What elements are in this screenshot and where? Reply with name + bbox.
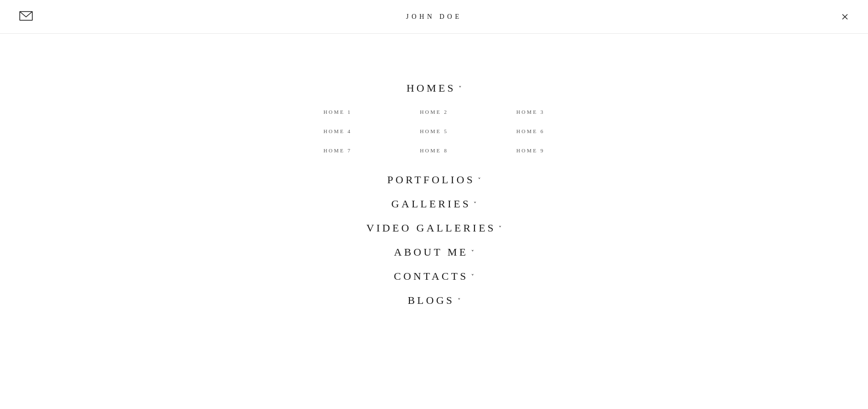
site-logo: JOHN DOE	[406, 13, 462, 21]
blogs-label: BLOGS	[407, 294, 454, 307]
homes-chevron-icon: ˅	[459, 85, 461, 93]
about-me-nav-item[interactable]: ABOUT ME ˅	[394, 240, 474, 264]
header: JOHN DOE ×	[0, 0, 868, 34]
galleries-nav-item[interactable]: GALLERIES ˅	[392, 192, 477, 216]
close-button[interactable]: ×	[841, 10, 849, 24]
main-nav: HOMES ˅ HOME 1 HOME 2 HOME 3 HOME 4 HOME…	[0, 34, 868, 313]
contacts-nav-item[interactable]: CONTACTS ˅	[394, 264, 474, 288]
homes-label: HOMES	[407, 82, 456, 95]
blogs-chevron-icon: ˅	[458, 298, 461, 305]
mail-icon	[19, 11, 33, 21]
home-7-link[interactable]: HOME 7	[289, 141, 386, 160]
portfolios-label: PORTFOLIOS	[387, 174, 475, 186]
home-4-link[interactable]: HOME 4	[289, 122, 386, 141]
homes-nav-item[interactable]: HOMES ˅	[407, 82, 461, 95]
homes-section: HOMES ˅ HOME 1 HOME 2 HOME 3 HOME 4 HOME…	[0, 82, 868, 166]
portfolios-chevron-icon: ˅	[478, 177, 481, 184]
home-2-link[interactable]: HOME 2	[386, 102, 482, 122]
about-me-chevron-icon: ˅	[471, 249, 474, 257]
video-galleries-nav-item[interactable]: VIDEO GALLERIES ˅	[366, 216, 502, 240]
portfolios-nav-item[interactable]: PORTFOLIOS ˅	[387, 168, 481, 192]
home-9-link[interactable]: HOME 9	[482, 141, 579, 160]
home-8-link[interactable]: HOME 8	[386, 141, 482, 160]
video-galleries-chevron-icon: ˅	[499, 225, 502, 232]
home-3-link[interactable]: HOME 3	[482, 102, 579, 122]
contacts-label: CONTACTS	[394, 270, 468, 283]
about-me-label: ABOUT ME	[394, 246, 468, 259]
galleries-label: GALLERIES	[392, 198, 471, 210]
homes-submenu: HOME 1 HOME 2 HOME 3 HOME 4 HOME 5 HOME …	[289, 102, 579, 160]
video-galleries-label: VIDEO GALLERIES	[366, 222, 496, 234]
home-1-link[interactable]: HOME 1	[289, 102, 386, 122]
home-5-link[interactable]: HOME 5	[386, 122, 482, 141]
blogs-nav-item[interactable]: BLOGS ˅	[407, 288, 460, 313]
home-6-link[interactable]: HOME 6	[482, 122, 579, 141]
galleries-chevron-icon: ˅	[474, 201, 476, 208]
mail-button[interactable]	[19, 11, 33, 23]
contacts-chevron-icon: ˅	[471, 273, 474, 281]
